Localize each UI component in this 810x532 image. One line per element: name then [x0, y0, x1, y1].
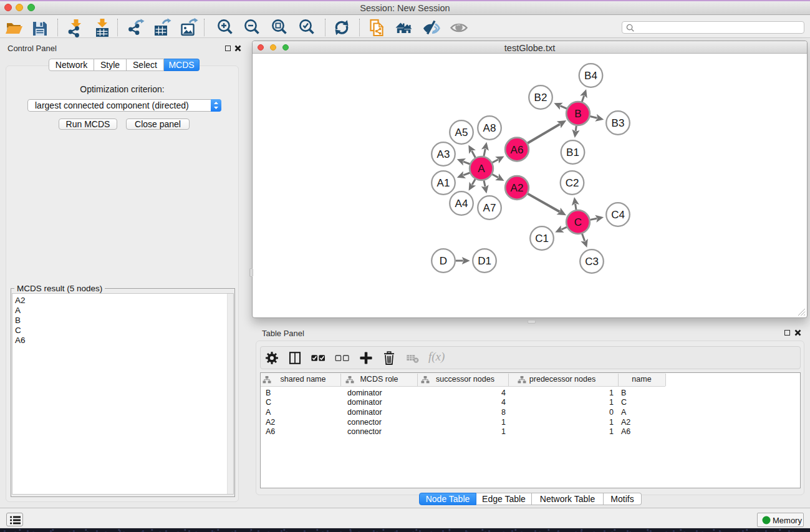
svg-text:A: A: [478, 163, 485, 175]
svg-text:A5: A5: [455, 127, 468, 138]
svg-text:A4: A4: [455, 198, 468, 210]
svg-text:B: B: [574, 108, 581, 120]
svg-text:D1: D1: [478, 255, 491, 267]
svg-text:B4: B4: [584, 70, 597, 82]
svg-text:C2: C2: [566, 177, 579, 189]
svg-text:D: D: [440, 255, 447, 267]
svg-text:C4: C4: [611, 209, 625, 221]
svg-text:C: C: [574, 216, 582, 228]
svg-text:A8: A8: [483, 122, 496, 134]
svg-text:B1: B1: [566, 147, 579, 158]
svg-text:A7: A7: [483, 202, 496, 214]
svg-text:A6: A6: [511, 144, 524, 156]
svg-text:A3: A3: [437, 148, 450, 160]
svg-text:B3: B3: [612, 117, 625, 129]
svg-text:B2: B2: [534, 92, 547, 104]
svg-text:C1: C1: [535, 233, 549, 244]
svg-text:A1: A1: [437, 177, 450, 189]
svg-text:A2: A2: [511, 182, 524, 194]
svg-text:C3: C3: [585, 256, 599, 268]
